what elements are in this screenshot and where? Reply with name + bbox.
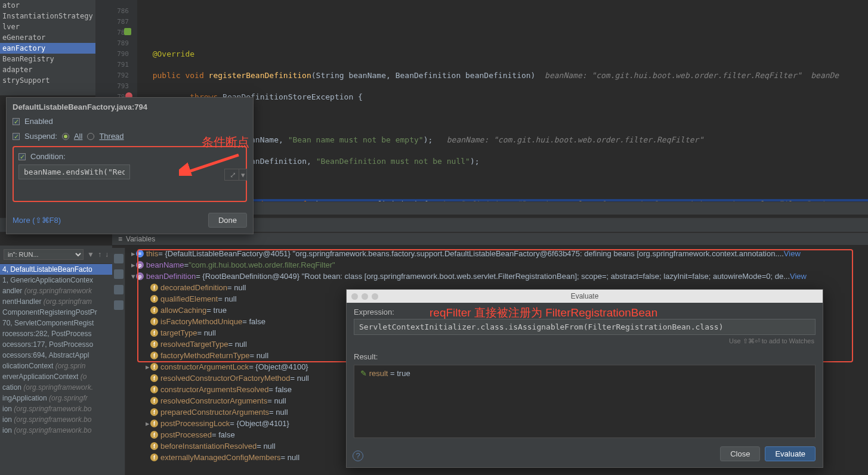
string: "Bean name must not be empty" [288,135,424,144]
structure-tree[interactable]: ator InstantiationStrategy lver eGenerat… [0,0,107,95]
frame-item[interactable]: ion (org.springframework.bo [0,403,112,414]
suspend-thread-radio[interactable] [87,133,94,140]
frame-item[interactable]: olicationContext (org.sprin [0,361,112,371]
inline-hint: beanName: "com.git.hui.boot.web.order.fi… [433,135,703,144]
frame-item[interactable]: cation (org.springframework. [0,382,112,393]
frame-item[interactable]: 4, DefaultListableBeanFacto [0,264,112,275]
frame-item[interactable]: erverApplicationContext (o [0,371,112,382]
result-label: Result: [347,347,823,364]
annotation: @Override [153,49,194,58]
structure-item-selected[interactable]: eanFactory [0,43,107,54]
line-number: 790 [95,49,137,60]
suspend-thread-label: Thread [99,132,123,141]
enabled-label: Enabled [24,117,53,126]
variable-row[interactable]: ▸=this= {DefaultListableBeanFactory@4051… [126,248,868,259]
structure-item[interactable]: eGenerator [0,32,107,43]
debug-side-toolbar [112,248,125,475]
close-button[interactable]: Close [720,446,760,461]
watches-icon[interactable] [114,300,123,310]
override-gutter-icon[interactable] [124,28,131,35]
condition-checkbox[interactable] [18,153,26,160]
line-number: 793 [95,81,137,92]
frame-item[interactable]: nentHandler (org.springfram [0,296,112,307]
result-box[interactable]: ✎ result = true [354,365,816,438]
view-link[interactable]: View [790,272,810,281]
params: (String beanName, BeanDefinition beanDef… [311,71,536,80]
expression-input[interactable] [354,319,816,335]
line-number: 789 [95,38,137,49]
frame-item[interactable]: ComponentRegisteringPostPr [0,307,112,318]
breakpoint-title: DefaultListableBeanFactory.java:794 [7,98,253,114]
settings-icon[interactable] [114,269,123,279]
restore-layout-icon[interactable] [114,254,123,263]
line-number: 791 [95,60,137,70]
suspend-checkbox[interactable] [13,133,20,140]
evaluate-title: Evaluate [571,292,599,300]
frame-item[interactable]: ion (org.springframework.bo [0,414,112,425]
thread-selector[interactable]: in": RUN... [4,249,84,260]
variables-title: Variables [126,235,155,243]
string: "BeanDefinition must not be null" [316,157,470,166]
help-icon[interactable]: ? [353,451,363,461]
result-ok-icon: ✎ [360,369,367,378]
frame-item[interactable]: 1, GenericApplicationContex [0,275,112,285]
suspend-all-radio[interactable] [62,133,69,140]
frame-item[interactable]: ingApplication (org.springfr [0,393,112,403]
view-link[interactable]: View [784,249,804,258]
frame-item[interactable]: 70, ServletComponentRegist [0,318,112,328]
annotation-arrow-icon [179,152,242,176]
variable-row[interactable]: ▸pbeanName = "com.git.hui.boot.web.order… [126,259,868,271]
frame-item[interactable]: ion (org.springframework.bo [0,425,112,436]
evaluate-titlebar[interactable]: Evaluate [347,290,823,303]
code-text: ); [424,135,433,144]
more-link[interactable]: More (⇧⌘F8) [13,216,61,225]
add-watches-hint: Use ⇧⌘⏎ to add to Watches [347,335,823,347]
variable-row[interactable]: ▾pbeanDefinition = {RootBeanDefinition@4… [126,271,868,282]
enabled-checkbox[interactable] [13,118,20,125]
frame-item[interactable]: ocessors:694, AbstractAppl [0,350,112,361]
suspend-all-label: All [74,132,82,141]
done-button[interactable]: Done [208,213,247,228]
suspend-label: Suspend: [24,132,57,141]
structure-item[interactable]: adapter [0,64,107,75]
result-name: result [369,369,388,378]
structure-item[interactable]: lver [0,21,107,32]
keyword: public void [153,71,204,80]
line-number: 787 [95,17,137,27]
condition-label: Condition: [30,152,66,161]
annotation-label-1: 条件断点 [202,134,249,150]
prev-frame-icon[interactable]: ↑ [98,250,101,259]
frame-item[interactable]: rocessors:282, PostProcess [0,328,112,339]
method-name: registerBeanDefinition [209,71,311,80]
variables-header: ≡ Variables [112,232,868,246]
line-number: 792 [95,70,137,81]
result-value: = true [388,369,410,378]
structure-item[interactable]: ator [0,0,107,11]
line-number: 786 [95,6,137,17]
structure-item[interactable]: strySupport [0,75,107,86]
pin-icon[interactable] [114,285,123,294]
filter-icon[interactable]: ▼ [87,250,94,259]
evaluate-button[interactable]: Evaluate [765,446,816,461]
frames-panel: in": RUN... ▼ ↑ ↓ 4, DefaultListableBean… [0,246,112,475]
window-traffic-lights[interactable] [351,293,378,300]
structure-item[interactable]: BeanRegistry [0,54,107,64]
frame-item[interactable]: ocessors:177, PostProcesso [0,339,112,350]
condition-input[interactable] [18,164,130,179]
structure-item[interactable]: InstantiationStrategy [0,11,107,21]
annotation-label-2: reqFilter 直接被注册为 FilterRegistrationBean [430,305,657,321]
variables-icon: ≡ [118,235,122,243]
frame-item[interactable]: andler (org.springframework [0,285,112,296]
code-text: ); [470,157,480,166]
next-frame-icon[interactable]: ↓ [105,250,109,259]
inline-hint: beanName: "com.git.hui.boot.web.order.fi… [535,71,839,80]
